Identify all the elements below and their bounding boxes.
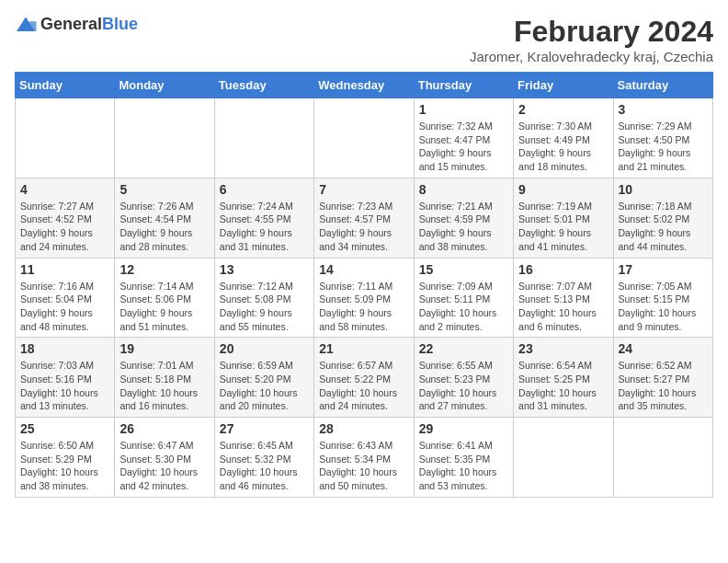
day-info: Daylight: 10 hours	[319, 465, 408, 479]
logo-text-blue: Blue	[102, 15, 138, 33]
day-info: Sunrise: 6:52 AM	[619, 359, 708, 373]
header-wednesday: Wednesday	[314, 73, 414, 98]
header-thursday: Thursday	[414, 73, 513, 98]
day-info: Daylight: 10 hours	[419, 465, 508, 479]
day-info: and 24 minutes.	[20, 240, 109, 254]
day-info: Sunset: 5:27 PM	[619, 373, 708, 386]
day-info: and 38 minutes.	[20, 479, 109, 493]
day-info: Sunrise: 7:19 AM	[518, 200, 608, 213]
day-number: 23	[518, 341, 608, 356]
day-info: Sunset: 5:32 PM	[220, 453, 309, 466]
calendar-cell: 6Sunrise: 7:24 AMSunset: 4:55 PMDaylight…	[214, 178, 313, 258]
day-info: Sunset: 5:11 PM	[419, 293, 508, 306]
main-title: February 2024	[470, 15, 713, 49]
calendar-cell: 22Sunrise: 6:55 AMSunset: 5:23 PMDayligh…	[414, 338, 513, 418]
day-info: Daylight: 9 hours	[20, 226, 109, 240]
day-info: Sunrise: 7:24 AM	[220, 200, 309, 213]
day-info: Sunset: 5:02 PM	[619, 213, 708, 226]
calendar-cell: 20Sunrise: 6:59 AMSunset: 5:20 PMDayligh…	[214, 338, 313, 418]
day-info: Daylight: 9 hours	[319, 306, 408, 320]
day-info: Daylight: 10 hours	[220, 465, 309, 479]
day-info: and 16 minutes.	[119, 399, 209, 413]
day-info: Sunrise: 7:27 AM	[20, 200, 109, 213]
day-info: Sunrise: 7:26 AM	[119, 200, 209, 213]
day-info: and 18 minutes.	[518, 160, 608, 174]
day-info: Sunrise: 6:45 AM	[220, 439, 309, 453]
day-info: Sunrise: 6:50 AM	[20, 439, 109, 453]
calendar-body: 1Sunrise: 7:32 AMSunset: 4:47 PMDaylight…	[16, 98, 713, 498]
week-row-3: 18Sunrise: 7:03 AMSunset: 5:16 PMDayligh…	[16, 338, 713, 418]
day-number: 4	[20, 182, 109, 197]
calendar-cell: 23Sunrise: 6:54 AMSunset: 5:25 PMDayligh…	[514, 338, 613, 418]
day-info: and 9 minutes.	[619, 320, 708, 334]
day-info: Sunset: 5:29 PM	[20, 453, 109, 466]
calendar-cell: 24Sunrise: 6:52 AMSunset: 5:27 PMDayligh…	[613, 338, 712, 418]
day-number: 20	[220, 341, 309, 356]
day-info: Daylight: 10 hours	[419, 306, 508, 320]
day-info: Daylight: 9 hours	[619, 146, 708, 160]
header-monday: Monday	[115, 73, 214, 98]
day-number: 21	[319, 341, 408, 356]
day-number: 1	[419, 102, 508, 117]
day-info: Sunrise: 7:11 AM	[319, 280, 408, 293]
day-info: and 48 minutes.	[20, 320, 109, 334]
calendar-cell: 3Sunrise: 7:29 AMSunset: 4:50 PMDaylight…	[613, 98, 712, 178]
day-info: Daylight: 9 hours	[619, 226, 708, 240]
calendar-cell	[314, 98, 414, 178]
calendar-cell: 21Sunrise: 6:57 AMSunset: 5:22 PMDayligh…	[314, 338, 414, 418]
week-row-4: 25Sunrise: 6:50 AMSunset: 5:29 PMDayligh…	[16, 418, 713, 498]
day-info: Sunrise: 7:03 AM	[20, 359, 109, 373]
subtitle: Jaromer, Kralovehradecky kraj, Czechia	[470, 49, 713, 64]
day-info: Sunset: 5:23 PM	[419, 373, 508, 386]
day-info: Daylight: 10 hours	[220, 386, 309, 400]
day-info: Sunrise: 7:21 AM	[419, 200, 508, 213]
svg-marker-1	[29, 21, 37, 31]
calendar-cell: 8Sunrise: 7:21 AMSunset: 4:59 PMDaylight…	[414, 178, 513, 258]
calendar-cell: 5Sunrise: 7:26 AMSunset: 4:54 PMDaylight…	[115, 178, 214, 258]
calendar-cell: 1Sunrise: 7:32 AMSunset: 4:47 PMDaylight…	[414, 98, 513, 178]
calendar-cell: 15Sunrise: 7:09 AMSunset: 5:11 PMDayligh…	[414, 258, 513, 338]
day-number: 2	[518, 102, 608, 117]
day-info: Sunrise: 6:57 AM	[319, 359, 408, 373]
day-info: Daylight: 10 hours	[319, 386, 408, 400]
day-info: Daylight: 10 hours	[518, 306, 608, 320]
logo-text-general: General	[40, 15, 102, 33]
day-info: Sunset: 5:16 PM	[20, 373, 109, 386]
day-info: and 46 minutes.	[220, 479, 309, 493]
day-info: Sunrise: 7:07 AM	[518, 280, 608, 293]
day-info: Sunset: 5:34 PM	[319, 453, 408, 466]
day-info: and 55 minutes.	[220, 320, 309, 334]
day-number: 3	[619, 102, 708, 117]
calendar-cell: 18Sunrise: 7:03 AMSunset: 5:16 PMDayligh…	[16, 338, 115, 418]
day-info: and 58 minutes.	[319, 320, 408, 334]
day-info: Sunset: 5:13 PM	[518, 293, 608, 306]
logo: GeneralBlue	[15, 15, 138, 34]
day-info: Sunset: 5:04 PM	[20, 293, 109, 306]
day-info: Daylight: 10 hours	[619, 306, 708, 320]
day-info: Daylight: 9 hours	[319, 226, 408, 240]
day-info: Sunset: 5:25 PM	[518, 373, 608, 386]
day-info: Sunset: 5:35 PM	[419, 453, 508, 466]
calendar-cell: 28Sunrise: 6:43 AMSunset: 5:34 PMDayligh…	[314, 418, 414, 498]
calendar-cell: 11Sunrise: 7:16 AMSunset: 5:04 PMDayligh…	[16, 258, 115, 338]
day-info: and 15 minutes.	[419, 160, 508, 174]
day-number: 17	[619, 262, 708, 277]
calendar-cell: 25Sunrise: 6:50 AMSunset: 5:29 PMDayligh…	[16, 418, 115, 498]
day-info: Sunrise: 7:12 AM	[220, 280, 309, 293]
day-info: Sunset: 5:08 PM	[220, 293, 309, 306]
week-row-1: 4Sunrise: 7:27 AMSunset: 4:52 PMDaylight…	[16, 178, 713, 258]
day-info: Sunrise: 7:32 AM	[419, 120, 508, 133]
day-info: Daylight: 9 hours	[518, 146, 608, 160]
day-info: Daylight: 10 hours	[119, 386, 209, 400]
day-info: and 21 minutes.	[619, 160, 708, 174]
calendar-cell: 10Sunrise: 7:18 AMSunset: 5:02 PMDayligh…	[613, 178, 712, 258]
day-info: Sunrise: 7:01 AM	[119, 359, 209, 373]
day-number: 13	[220, 262, 309, 277]
day-info: Sunset: 5:01 PM	[518, 213, 608, 226]
day-info: and 35 minutes.	[619, 399, 708, 413]
day-number: 9	[518, 182, 608, 197]
calendar-header-row: SundayMondayTuesdayWednesdayThursdayFrid…	[16, 73, 713, 98]
day-info: Sunset: 5:22 PM	[319, 373, 408, 386]
calendar-cell	[115, 98, 214, 178]
day-info: Sunset: 4:52 PM	[20, 213, 109, 226]
